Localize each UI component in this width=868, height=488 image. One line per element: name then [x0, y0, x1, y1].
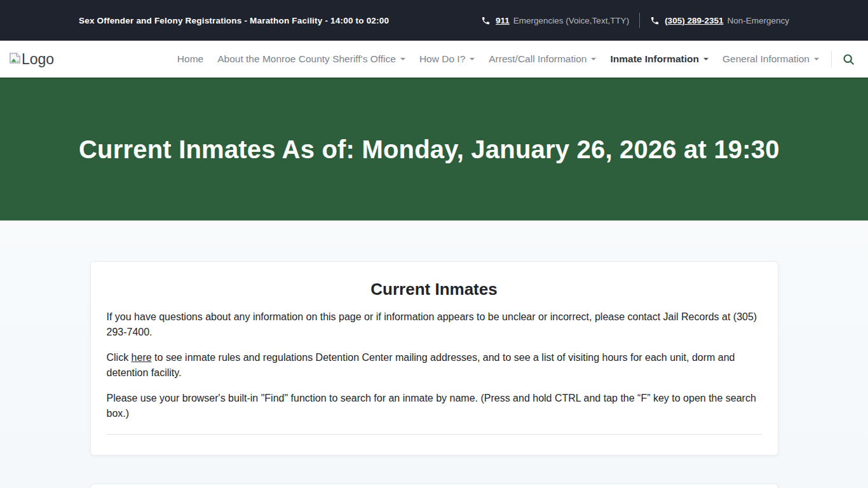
chevron-down-icon: [470, 58, 475, 60]
nav-item-label: How Do I?: [419, 53, 465, 65]
nav-item-how-do-i[interactable]: How Do I?: [412, 50, 482, 69]
page-content: Current Inmates If you have questions ab…: [0, 220, 868, 488]
nav-item-label: About the Monroe County Sheriff's Office: [217, 53, 396, 65]
here-link[interactable]: here: [132, 352, 152, 363]
nav-menu: Home About the Monroe County Sheriff's O…: [170, 50, 859, 69]
hero-banner: Current Inmates As of: Monday, January 2…: [0, 78, 868, 220]
find-instructions-paragraph: Please use your browser's built-in "Find…: [107, 391, 762, 421]
main-navbar: Logo Home About the Monroe County Sherif…: [0, 41, 868, 78]
nav-item-label: Home: [177, 53, 203, 65]
current-inmates-info-card: Current Inmates If you have questions ab…: [90, 261, 778, 456]
contact-paragraph: If you have questions about any informat…: [107, 309, 762, 340]
chevron-down-icon: [591, 58, 596, 60]
next-card-partial: [90, 484, 778, 488]
nav-item-inmate-information[interactable]: Inmate Information: [603, 50, 715, 69]
nav-item-arrest-call-information[interactable]: Arrest/Call Information: [482, 50, 603, 69]
nav-item-label: Inmate Information: [610, 53, 699, 65]
topbar-divider: [639, 13, 640, 28]
chevron-down-icon: [814, 58, 819, 60]
chevron-down-icon: [703, 58, 709, 60]
nav-item-about[interactable]: About the Monroe County Sheriff's Office: [210, 50, 412, 69]
non-emergency-phone-link[interactable]: (305) 289-2351 Non-Emergency: [650, 16, 789, 25]
emergency-label: Emergencies (Voice,Text,TTY): [513, 16, 629, 25]
nav-item-home[interactable]: Home: [170, 50, 210, 69]
search-icon: [842, 53, 855, 66]
nav-item-general-information[interactable]: General Information: [715, 50, 826, 69]
broken-image-icon: [9, 52, 21, 64]
logo[interactable]: Logo: [9, 52, 54, 67]
nav-item-label: General Information: [722, 53, 810, 65]
rules-text-prefix: Click: [107, 352, 132, 363]
chevron-down-icon: [400, 58, 405, 60]
top-utility-bar: Sex Offender and Felony Registrations - …: [0, 0, 868, 41]
top-utility-bar-inner: Sex Offender and Felony Registrations - …: [79, 13, 789, 28]
card-heading: Current Inmates: [107, 280, 762, 299]
phone-icon: [481, 16, 491, 25]
emergency-number: 911: [496, 16, 510, 25]
search-button[interactable]: [838, 50, 859, 69]
non-emergency-number: (305) 289-2351: [665, 16, 723, 25]
logo-alt-text: Logo: [22, 52, 54, 67]
rules-paragraph: Click here to see inmate rules and regul…: [107, 350, 762, 381]
nav-divider: [831, 51, 832, 67]
nav-item-label: Arrest/Call Information: [489, 53, 587, 65]
facility-announcement: Sex Offender and Felony Registrations - …: [79, 16, 389, 25]
non-emergency-label: Non-Emergency: [727, 16, 789, 25]
phone-links: 911 Emergencies (Voice,Text,TTY) (305) 2…: [481, 13, 789, 28]
phone-icon: [650, 16, 660, 25]
rules-text-suffix: to see inmate rules and regulations Dete…: [107, 352, 735, 378]
card-divider: [107, 434, 762, 435]
emergency-phone-link[interactable]: 911 Emergencies (Voice,Text,TTY): [481, 16, 629, 25]
page-title: Current Inmates As of: Monday, January 2…: [79, 135, 789, 164]
